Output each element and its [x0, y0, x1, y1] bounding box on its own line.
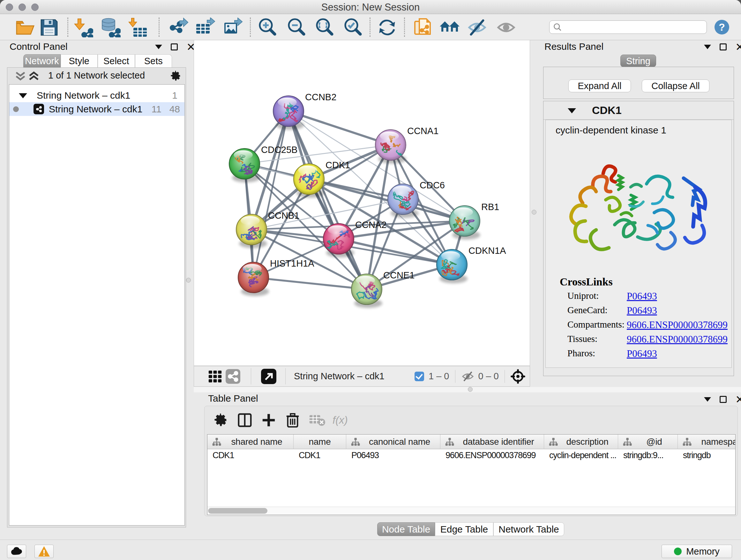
svg-text:RB1: RB1 [481, 202, 499, 212]
table-cell[interactable]: stringdb [678, 449, 736, 461]
tab-node-table[interactable]: Node Table [377, 522, 435, 536]
network-collection-row[interactable]: String Network – cdk1 1 [9, 88, 185, 102]
copy-documents-icon [413, 17, 432, 37]
column-header-label: shared name [220, 435, 293, 449]
tab-style[interactable]: Style [61, 54, 98, 67]
table-cell[interactable]: cyclin-dependent ... [544, 449, 618, 461]
export-image-button[interactable] [222, 17, 244, 38]
tab-network-table[interactable]: Network Table [493, 522, 564, 536]
column-header[interactable]: shared name [207, 435, 293, 449]
panel-float-icon[interactable] [720, 396, 727, 403]
column-header[interactable]: canonical name [346, 435, 441, 449]
import-table-button[interactable] [127, 17, 148, 38]
expand-all-button[interactable]: Expand All [568, 79, 631, 92]
collapse-all-button[interactable]: Collapse All [642, 79, 710, 92]
column-header[interactable]: @id [618, 435, 678, 449]
tab-string[interactable]: String [620, 55, 656, 67]
column-header[interactable]: database identifier [441, 435, 544, 449]
memory-button[interactable]: Memory [662, 545, 732, 558]
table-cell[interactable]: P06493 [346, 449, 441, 461]
apply-layout-button[interactable] [377, 17, 398, 38]
network-canvas[interactable]: CCNB2CCNA1CDC25BCDK1CDC6RB1CCNB1CCNA2CDK… [194, 40, 530, 366]
crosslink-link[interactable]: 9606.ENSP00000378699 [627, 334, 728, 345]
plus-icon [261, 413, 276, 428]
split-view-button[interactable] [235, 410, 254, 430]
cloud-button[interactable] [7, 545, 26, 558]
right-splitter-handle[interactable] [532, 210, 536, 214]
panel-float-icon[interactable] [720, 44, 727, 51]
import-network-file-button[interactable] [73, 17, 94, 38]
control-panel-tabs: Network Style Select Sets [23, 54, 172, 67]
export-network-icon [169, 17, 189, 37]
zoom-selected-button[interactable] [342, 17, 363, 38]
tab-edge-table[interactable]: Edge Table [435, 522, 493, 536]
view-share-button[interactable] [223, 366, 243, 387]
protein-name: CDK1 [592, 104, 622, 117]
panel-close-icon[interactable]: ✕ [735, 396, 741, 403]
left-splitter-handle[interactable] [186, 278, 191, 283]
gear-icon[interactable] [170, 70, 181, 82]
view-toolbar-separator [285, 368, 286, 384]
network-collection-header: 1 of 1 Network selected [7, 68, 186, 84]
delete-column-button[interactable] [283, 410, 302, 430]
add-column-button[interactable] [259, 410, 278, 430]
string-home-button[interactable] [439, 17, 460, 38]
warnings-button[interactable] [35, 545, 54, 558]
table-row[interactable]: CDK1CDK1P064939606.ENSP00000378699cyclin… [207, 449, 736, 461]
column-header[interactable]: description [544, 435, 618, 449]
column-header[interactable]: name [293, 435, 346, 449]
table-settings-button[interactable] [211, 410, 230, 430]
zoom-out-button[interactable] [286, 17, 307, 38]
toolbar-separator [158, 17, 159, 37]
crosslink-row: Compartments:9606.ENSP00000378699 [560, 317, 726, 331]
network-row[interactable]: String Network – cdk1 11 48 [9, 102, 185, 116]
tab-network[interactable]: Network [23, 54, 61, 67]
grid-view-button[interactable] [205, 366, 225, 387]
crosslink-link[interactable]: P06493 [627, 291, 657, 302]
show-all-button[interactable] [495, 17, 517, 38]
collapse-section-icon[interactable] [568, 108, 576, 113]
table-horizontal-scrollbar[interactable] [207, 507, 735, 515]
import-network-database-button[interactable] [100, 17, 121, 38]
table-cell[interactable]: CDK1 [293, 449, 346, 461]
hidden-count-label: 0 – 0 [478, 371, 499, 381]
bottom-splitter-handle[interactable] [468, 387, 473, 392]
panel-close-icon[interactable]: ✕ [735, 44, 741, 51]
delete-table-button[interactable] [308, 410, 327, 430]
hide-selected-button[interactable] [467, 17, 488, 38]
crosslink-link[interactable]: P06493 [627, 348, 657, 360]
import-database-icon [100, 17, 121, 37]
export-network-button[interactable] [168, 17, 189, 38]
fx-icon: f(x) [332, 413, 351, 428]
zoom-in-button[interactable] [257, 17, 278, 38]
table-container: f(x) shared namenamecanonical namedataba… [204, 406, 738, 516]
clone-network-button[interactable] [412, 17, 433, 38]
help-button[interactable]: ? [714, 19, 730, 35]
panel-menu-icon[interactable] [704, 45, 711, 49]
tab-select[interactable]: Select [98, 54, 135, 67]
crosslink-link[interactable]: 9606.ENSP00000378699 [627, 319, 728, 331]
selected-checkbox[interactable] [414, 372, 424, 381]
column-header[interactable]: namespace [678, 435, 736, 449]
panel-menu-icon[interactable] [704, 397, 711, 401]
crosslink-link[interactable]: P06493 [627, 305, 657, 316]
export-table-button[interactable] [195, 17, 216, 38]
table-cell[interactable]: CDK1 [207, 449, 293, 461]
protein-section-header[interactable]: CDK1 [543, 101, 734, 120]
collection-caret-icon[interactable] [19, 93, 27, 98]
tab-sets[interactable]: Sets [135, 54, 172, 67]
panel-menu-icon[interactable] [155, 45, 162, 49]
save-session-button[interactable] [39, 17, 60, 38]
table-cell[interactable]: stringdb:9... [618, 449, 678, 461]
table-cell[interactable]: 9606.ENSP00000378699 [441, 449, 544, 461]
scrollbar-thumb[interactable] [208, 508, 267, 514]
column-header-label: description [557, 435, 618, 449]
birdseye-icon[interactable] [511, 369, 525, 384]
horizontal-splitter[interactable] [194, 387, 741, 392]
search-input[interactable] [562, 21, 706, 33]
open-session-button[interactable] [15, 17, 36, 38]
zoom-fit-button[interactable] [314, 17, 335, 38]
open-in-window-button[interactable] [259, 366, 278, 387]
function-builder-button[interactable]: f(x) [332, 410, 351, 430]
panel-float-icon[interactable] [171, 44, 178, 51]
